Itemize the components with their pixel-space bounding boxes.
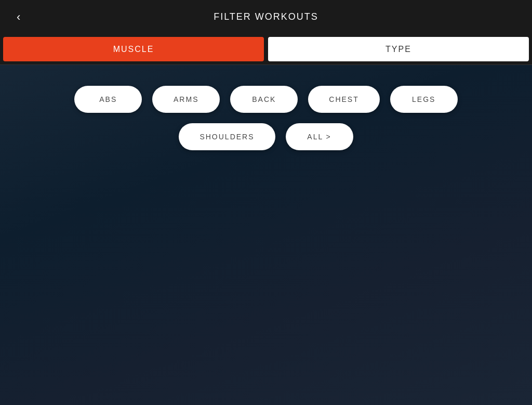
tab-type[interactable]: TYPE xyxy=(268,37,529,61)
muscle-shoulders-button[interactable]: SHOULDERS xyxy=(179,123,275,150)
muscle-legs-button[interactable]: LEGS xyxy=(390,86,458,113)
muscle-row-2: SHOULDERS ALL > xyxy=(179,123,353,150)
muscle-arms-button[interactable]: ARMS xyxy=(152,86,220,113)
back-button[interactable]: ‹ xyxy=(10,6,26,28)
muscle-row-1: ABS ARMS BACK CHEST LEGS xyxy=(74,86,457,113)
tab-muscle[interactable]: MUSCLE xyxy=(3,37,264,61)
muscle-all-button[interactable]: ALL > xyxy=(286,123,353,150)
tab-bar: MUSCLE TYPE xyxy=(0,34,532,65)
header: ‹ FILTER WORKOUTS xyxy=(0,0,532,34)
muscle-back-button[interactable]: BACK xyxy=(230,86,298,113)
muscle-abs-button[interactable]: ABS xyxy=(74,86,142,113)
muscle-chest-button[interactable]: CHEST xyxy=(308,86,379,113)
page-title: FILTER WORKOUTS xyxy=(214,11,318,22)
muscle-filter-area: ABS ARMS BACK CHEST LEGS SHOULDERS ALL > xyxy=(0,65,532,171)
